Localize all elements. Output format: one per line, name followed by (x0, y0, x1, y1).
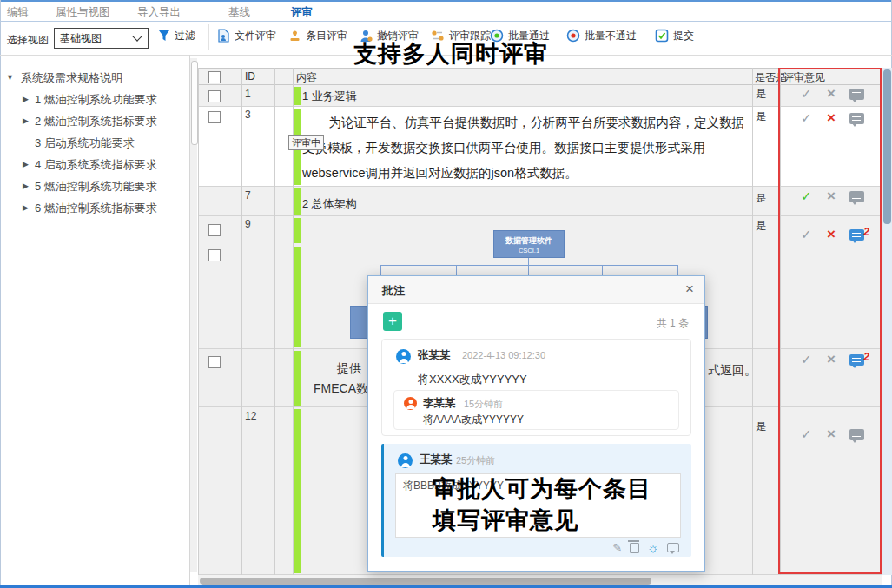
item-review-icon (288, 30, 301, 43)
tree-item-5[interactable]: 5 燃油控制系统功能要求 (35, 179, 157, 195)
batch-fail-button[interactable]: 批量不通过 (566, 27, 637, 44)
menu-import-export[interactable]: 导入导出 (137, 5, 181, 20)
file-review-button[interactable]: 文件评审 (217, 27, 276, 44)
tree-item-1[interactable]: 1 燃油控制系统功能要求 (35, 92, 157, 108)
comment-toolbar: ✎ ☼ (612, 541, 679, 554)
window-left-border (0, 0, 1, 588)
status-strip (293, 351, 301, 406)
tree-expand-icon[interactable]: ▶ (23, 116, 29, 125)
column-divider (752, 68, 753, 575)
review-status-tooltip: 评审中 (288, 135, 324, 150)
reply-icon[interactable] (667, 543, 679, 552)
diagram-connector (380, 265, 678, 266)
comment-text: 将XXXX改成YYYYYY (418, 372, 527, 387)
row-id: 9 (245, 218, 251, 230)
row-content: 2 总体架构 (302, 196, 357, 212)
tree-expand-icon[interactable]: ▶ (23, 160, 29, 168)
column-divider (274, 68, 275, 575)
comment-author: 张某某 (418, 348, 451, 363)
item-review-label: 条目评审 (306, 29, 347, 43)
delete-icon[interactable] (630, 543, 639, 553)
row-checkbox[interactable] (208, 224, 221, 236)
submit-label: 提交 (673, 29, 694, 43)
row-checkbox[interactable] (208, 90, 221, 102)
row-checkbox[interactable] (208, 249, 221, 261)
close-icon[interactable]: × (685, 281, 694, 298)
reply-text: 将AAAA改成YYYYYY (423, 413, 524, 427)
row-id: 7 (245, 189, 251, 202)
diagram-root-node: 数据管理软件 CSCI.1 (493, 230, 565, 258)
column-divider (198, 68, 199, 575)
menu-baseline[interactable]: 基线 (228, 5, 250, 20)
vertical-scrollbar-thumb[interactable] (883, 69, 891, 224)
tree-expand-icon[interactable]: ▶ (23, 203, 29, 212)
edit-icon[interactable]: ✎ (612, 541, 622, 554)
hidden-row-fragment: 提供 (337, 361, 361, 377)
status-strip (293, 188, 301, 215)
submit-button[interactable]: 提交 (655, 27, 694, 44)
status-strip (293, 247, 301, 347)
opinion-column-highlight (778, 68, 882, 574)
annotation-bottom-line2: 填写评审意见 (433, 505, 578, 536)
chevron-down-icon (132, 31, 142, 41)
tree-item-4[interactable]: 4 启动系统系统指标要求 (35, 157, 157, 173)
row-id: 12 (245, 410, 256, 422)
tree-item-2[interactable]: 2 燃油控制系统指标要求 (35, 114, 157, 129)
app-window: 编辑 属性与视图 导入导出 基线 评审 选择视图 基础视图 过滤 文件评审 条目… (0, 0, 892, 588)
view-select[interactable]: 基础视图 (54, 28, 149, 49)
status-strip (293, 218, 301, 243)
status-strip (293, 87, 301, 105)
horizontal-scrollbar-thumb[interactable] (200, 578, 651, 585)
pass-value: 是 (756, 87, 766, 102)
tree-item-3[interactable]: 3 启动系统功能要求 (35, 135, 135, 151)
resolve-icon[interactable]: ☼ (647, 543, 659, 553)
reply-card: 李某某 15分钟前 将AAAA改成YYYYYY (393, 390, 679, 430)
tree-scrollbar-thumb[interactable] (191, 61, 198, 145)
row-checkbox[interactable] (208, 356, 221, 368)
comment-card: 张某某 2022-4-13 09:12:30 将XXXX改成YYYYYY 李某某… (381, 339, 691, 436)
diagram-root-subtitle: CSCI.1 (494, 247, 564, 254)
header-content: 内容 (296, 70, 317, 85)
reply-time: 15分钟前 (464, 398, 503, 411)
tree-root[interactable]: 系统级需求规格说明 (21, 70, 122, 86)
row-checkbox[interactable] (208, 111, 221, 123)
pass-value: 是 (756, 420, 766, 434)
menu-review-active[interactable]: 评审 (291, 5, 313, 20)
toolbar-divider (208, 24, 209, 50)
column-divider (241, 68, 242, 575)
filter-icon (158, 30, 170, 42)
pass-value: 是 (756, 219, 766, 234)
hidden-row-fragment: 式返回。 (708, 363, 757, 379)
menu-edit[interactable]: 编辑 (7, 5, 29, 20)
file-review-label: 文件评审 (235, 29, 276, 43)
diagram-connector (528, 258, 529, 265)
annotation-top-text: 支持多人同时评审 (353, 38, 548, 69)
row-content: 1 业务逻辑 (302, 89, 357, 104)
comment-time: 25分钟前 (456, 454, 495, 467)
select-all-checkbox[interactable] (208, 71, 221, 83)
reply-author: 李某某 (423, 396, 456, 411)
avatar (396, 349, 411, 364)
row-id: 1 (245, 88, 251, 100)
add-comment-button[interactable]: + (383, 312, 402, 331)
diagram-root-title: 数据管理软件 (494, 235, 564, 247)
tree-expand-icon[interactable]: ▶ (23, 182, 29, 190)
menu-divider (0, 21, 892, 22)
file-review-icon (217, 29, 230, 43)
submit-icon (655, 29, 669, 43)
tree-item-6[interactable]: 6 燃油控制系统指标要求 (35, 201, 157, 216)
modal-header: 批注 × (368, 276, 704, 304)
avatar (398, 453, 413, 468)
item-review-button[interactable]: 条目评审 (288, 27, 347, 44)
pass-value: 是 (756, 109, 766, 124)
annotation-bottom-line1: 审批人可为每个条目 (433, 473, 651, 505)
batch-fail-icon (566, 29, 580, 43)
modal-title: 批注 (382, 283, 405, 299)
comment-author: 王某某 (420, 453, 453, 467)
filter-button[interactable]: 过滤 (158, 27, 195, 44)
batch-fail-label: 批量不通过 (585, 29, 637, 43)
tree-root-collapse-icon[interactable]: ▼ (6, 73, 14, 82)
tree-expand-icon[interactable]: ▶ (23, 95, 29, 103)
comment-time: 2022-4-13 09:12:30 (462, 350, 545, 360)
menu-props-view[interactable]: 属性与视图 (56, 5, 110, 20)
